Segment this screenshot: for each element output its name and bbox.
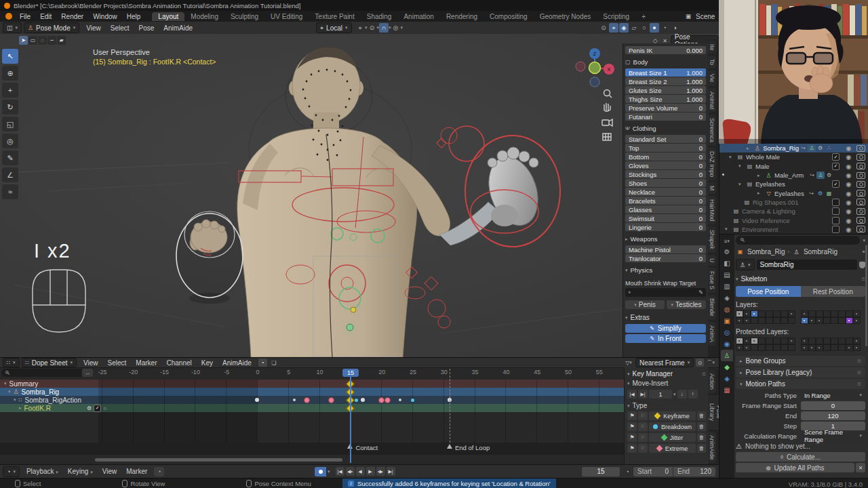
- layer-group-2[interactable]: [801, 338, 861, 351]
- layer-cell[interactable]: [838, 338, 846, 344]
- cursor-tool[interactable]: ⊕: [2, 66, 18, 81]
- frame-start-field[interactable]: Start 0: [633, 467, 673, 476]
- shading-wireframe-icon[interactable]: ○: [639, 23, 649, 33]
- layer-cell[interactable]: [823, 310, 831, 317]
- layer-cell[interactable]: [838, 310, 846, 317]
- world-tab[interactable]: ◍: [721, 304, 733, 315]
- falloff-curve-icon[interactable]: ⌒▾: [706, 358, 715, 367]
- insert-key-up-icon[interactable]: ↑: [688, 390, 698, 399]
- properties-options-icon[interactable]: ▾: [863, 238, 865, 243]
- menu-render[interactable]: Render: [56, 13, 88, 20]
- slider-penis-ik[interactable]: Penis IK0.000: [625, 46, 706, 54]
- layer-cell[interactable]: [773, 338, 781, 344]
- layer-cell[interactable]: [758, 310, 766, 317]
- slider-glasses[interactable]: Glasses0: [625, 205, 706, 214]
- properties-editor-icon[interactable]: ≡▾: [722, 237, 732, 246]
- bone-constraint-tab[interactable]: ◈: [721, 373, 733, 384]
- panel-header-weapons[interactable]: ▸ Weapons: [625, 234, 706, 244]
- channel-row-action[interactable]: [0, 396, 624, 404]
- layer-cell[interactable]: [758, 338, 766, 344]
- panel-header-bone-groups[interactable]: ▸Bone Groups ≡: [736, 356, 865, 366]
- eye-icon[interactable]: ◉: [844, 217, 854, 224]
- menu-help[interactable]: Help: [122, 13, 146, 20]
- menu-edit[interactable]: Edit: [35, 13, 56, 20]
- marker-label[interactable]: End of Loop: [455, 444, 490, 451]
- workspace-tab-scripting[interactable]: Scripting: [597, 12, 635, 21]
- channel-search-field[interactable]: 🔍︎: [1, 369, 87, 377]
- panel-header-clothing[interactable]: Ψ Clothing: [625, 123, 706, 134]
- workspace-tab-uv-editing[interactable]: UV Editing: [264, 12, 309, 21]
- layer-cell[interactable]: [853, 310, 861, 317]
- layer-cell[interactable]: [808, 338, 816, 344]
- outliner-item-sombra-rig[interactable]: ▸ ♙Sombra_Rig ↪♙⚙∴ ◉: [719, 144, 868, 152]
- breadcrumb-data[interactable]: SombraRig: [804, 248, 837, 256]
- layer-cell[interactable]: [831, 310, 838, 317]
- layer-cell[interactable]: [801, 344, 808, 351]
- render-checkbox[interactable]: ✓: [832, 163, 840, 170]
- key-type-button[interactable]: Keyframe: [649, 411, 696, 420]
- workspace-tab-animation[interactable]: Animation: [397, 12, 439, 21]
- outliner-item-male-arm[interactable]: ▸ ♙Male_Arm ↪♙⚙ ◉: [719, 171, 868, 180]
- sidebar-tab-daz-impo[interactable]: DAZ Impo: [708, 148, 716, 180]
- select-flag-icon[interactable]: ⚑: [627, 422, 637, 431]
- outliner-item-camera-lighting[interactable]: ▤Camera & Lighting ✓ ◉: [719, 207, 868, 216]
- transport-prev-key-button[interactable]: ◀•: [346, 467, 355, 476]
- move-tool[interactable]: +: [2, 83, 18, 98]
- layer-group-2[interactable]: [801, 310, 861, 324]
- amount-dropdown-icon[interactable]: ▾: [673, 392, 676, 397]
- sidebar-tab-u[interactable]: U: [708, 255, 716, 266]
- dope-menu-marker[interactable]: Marker: [131, 359, 161, 367]
- breadcrumb-object[interactable]: Sombra_Rig: [747, 248, 785, 256]
- deselect-flag-icon[interactable]: ⚐: [638, 444, 648, 453]
- viewport-3d[interactable]: Z X ➤▭◌∽▰ ↖⊕+↻◱◎✎∠≈: [0, 34, 719, 357]
- armature-name-field[interactable]: SombraRig: [757, 260, 857, 270]
- sidebar-tab-fuse-s[interactable]: Fuse S: [708, 268, 716, 293]
- select-box-tool[interactable]: ↖: [2, 49, 18, 64]
- outliner-item-eyelashes[interactable]: ▾ ▤Eyelashes ✓ ◉: [719, 180, 868, 188]
- slider-shoes[interactable]: Shoes0: [625, 179, 706, 187]
- layer-cell[interactable]: [853, 344, 861, 351]
- sidebar-tab-hairmod[interactable]: HairMod: [708, 196, 716, 224]
- sidebar-tab-m[interactable]: M: [708, 182, 716, 194]
- panel-header-body[interactable]: ▢ Body: [625, 57, 706, 67]
- show-overlays-icon[interactable]: ◈: [619, 23, 629, 33]
- keyframe-extreme[interactable]: [328, 397, 334, 403]
- dope-tab-pose-library[interactable]: Pose Library: [708, 395, 719, 430]
- pivot-point-icon[interactable]: ⊙: [368, 23, 377, 33]
- workspace-tab-compositing[interactable]: Compositing: [484, 12, 534, 21]
- layer-cell[interactable]: [773, 310, 781, 317]
- layer-cell[interactable]: [801, 310, 808, 317]
- render-checkbox[interactable]: ✓: [832, 217, 840, 224]
- select-box[interactable]: ▭: [28, 36, 37, 45]
- eye-icon[interactable]: ◉: [844, 190, 854, 197]
- slider-necklace[interactable]: Necklace0: [625, 188, 706, 196]
- layer-cell[interactable]: [758, 344, 766, 351]
- expand-arrow-icon[interactable]: ▸: [757, 173, 764, 178]
- mode-dropdown[interactable]: ♙ Pose Mode▾: [24, 22, 79, 33]
- timeline-menu-keying[interactable]: Keying ▾: [63, 468, 98, 475]
- menu-file[interactable]: File: [15, 13, 35, 20]
- layer-group-1[interactable]: [736, 338, 795, 351]
- scale-tool[interactable]: ◱: [2, 117, 18, 131]
- button-simplify[interactable]: ✎Simplify: [625, 324, 706, 333]
- expand-arrow-icon[interactable]: ▸: [19, 405, 22, 411]
- snap-mode-dropdown[interactable]: Nearest Frame▾: [635, 358, 694, 367]
- layer-cell[interactable]: [853, 338, 861, 344]
- keyframe-breakdown[interactable]: [411, 399, 414, 402]
- layer-cell[interactable]: [788, 310, 795, 317]
- viewport-menu-select[interactable]: Select: [106, 24, 134, 32]
- layer-cell[interactable]: [743, 338, 751, 344]
- rest-position-button[interactable]: Rest Position: [801, 286, 866, 297]
- layer-cell[interactable]: [801, 338, 808, 344]
- timeline-menu-view[interactable]: View: [98, 468, 122, 475]
- slider-glutes-size[interactable]: Glutes Size1.000: [625, 86, 706, 94]
- render-checkbox[interactable]: ✓: [832, 180, 840, 188]
- panel-header-motion-paths[interactable]: ▾Motion Paths ≡: [736, 379, 865, 389]
- driver-wrench-icon[interactable]: ⚙: [87, 405, 92, 411]
- layer-cell[interactable]: [773, 317, 781, 324]
- workspace-tab-geometry-nodes[interactable]: Geometry Nodes: [534, 12, 597, 21]
- properties-search[interactable]: 🔍︎: [736, 236, 860, 245]
- key-type-button[interactable]: Jitter: [649, 433, 696, 442]
- playhead-line[interactable]: [350, 369, 351, 463]
- slider-standard-set[interactable]: Standard Set0: [625, 135, 706, 143]
